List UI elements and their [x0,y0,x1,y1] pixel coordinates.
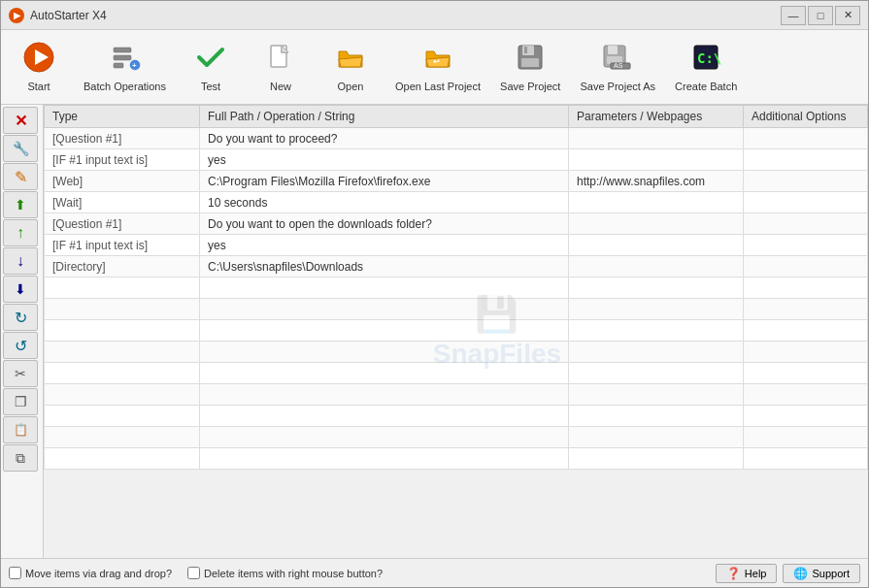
cell-type [45,384,200,406]
rotate-cw-button[interactable]: ↻ [3,304,38,331]
cell-options [744,149,868,171]
col-path: Full Path / Operation / String [200,106,569,128]
open-button[interactable]: Open [317,34,384,100]
cell-type: [IF #1 input text is] [45,149,200,171]
cell-type [45,299,200,320]
help-button[interactable]: ❓ Help [716,564,778,583]
svg-text:AS: AS [614,62,623,69]
cell-params [569,342,744,363]
table-row[interactable]: [Question #1]Do you want to open the dow… [45,213,868,235]
drag-drop-checkbox[interactable] [9,567,21,579]
table-row[interactable] [45,320,868,342]
cell-type: [Directory] [45,256,200,278]
test-button[interactable]: Test [177,34,245,100]
table-row[interactable] [45,342,868,363]
save-project-as-button[interactable]: AS Save Project As [571,34,664,100]
table-row[interactable]: [Web]C:\Program Files\Mozilla Firefox\fi… [45,171,868,192]
cell-params [569,448,744,470]
cell-params [569,299,744,320]
new-icon [265,42,296,78]
cell-path: yes [200,149,569,171]
open-label: Open [338,81,364,92]
table-row[interactable] [45,427,868,448]
start-icon [23,42,54,78]
move-bottom-button[interactable]: ⬇ [3,276,38,303]
create-batch-label: Create Batch [675,81,737,92]
cell-params [569,213,744,235]
move-top-button[interactable]: ⬆ [3,191,38,218]
cell-options [744,406,868,427]
move-down-button[interactable]: ↓ [3,247,38,275]
cell-path: yes [200,235,569,256]
main-content: 💾 SnapFiles Type Full Path / Operation /… [44,105,868,558]
edit-button[interactable]: 🔧 [3,135,38,162]
support-button[interactable]: 🌐 Support [783,564,860,583]
table-row[interactable] [45,299,868,320]
cell-type: [Question #1] [45,128,200,149]
create-batch-button[interactable]: C:\ Create Batch [666,34,746,100]
save-project-as-icon: AS [602,42,633,78]
delete-rightclick-checkbox[interactable] [187,567,200,579]
cell-params [569,427,744,448]
cell-path: Do you want to open the downloads folder… [200,213,569,235]
cell-path [200,448,569,470]
delete-rightclick-checkbox-label[interactable]: Delete items with right mouse button? [187,567,383,579]
cell-options [744,427,868,448]
clone-button[interactable]: ⧉ [3,444,38,472]
copy-button[interactable]: ❐ [3,388,38,415]
col-type: Type [45,106,200,128]
cell-options [744,448,868,470]
test-icon [195,42,226,78]
table-row[interactable] [45,384,868,406]
content-area: ✕ 🔧 ✎ ⬆ ↑ ↓ ⬇ ↻ ↺ ✂ ❐ 📋 ⧉ 💾 SnapFiles [1,105,868,558]
move-up-button[interactable]: ↑ [3,219,38,246]
maximize-button[interactable]: □ [808,6,833,25]
rotate-ccw-button[interactable]: ↺ [3,332,38,359]
status-left: Move items via drag and drop? Delete ite… [9,567,383,579]
main-window: ▶ AutoStarter X4 — □ ✕ Start [0,0,869,588]
cell-type: [Wait] [45,192,200,213]
open-last-project-button[interactable]: ↩ Open Last Project [386,34,489,100]
status-right: ❓ Help 🌐 Support [716,564,860,583]
cell-type [45,320,200,342]
delete-button[interactable]: ✕ [3,107,38,134]
app-icon: ▶ [9,8,24,23]
table-row[interactable]: [IF #1 input text is]yes [45,149,868,171]
save-project-button[interactable]: Save Project [491,34,569,100]
svg-rect-3 [114,55,131,60]
minimize-button[interactable]: — [781,6,806,25]
close-button[interactable]: ✕ [835,6,860,25]
cell-type: [Question #1] [45,213,200,235]
pencil-button[interactable]: ✎ [3,163,38,190]
open-icon [335,42,366,78]
svg-rect-12 [521,58,539,67]
table-row[interactable]: [Question #1]Do you want to proceed? [45,128,868,149]
table-row[interactable] [45,278,868,299]
start-button[interactable]: Start [5,34,73,100]
table-row[interactable]: [IF #1 input text is]yes [45,235,868,256]
cell-path: Do you want to proceed? [200,128,569,149]
table-row[interactable] [45,406,868,427]
table-row[interactable] [45,448,868,470]
cell-type: [IF #1 input text is] [45,235,200,256]
main-toolbar: Start + Batch Operations Te [1,30,868,105]
drag-drop-checkbox-label[interactable]: Move items via drag and drop? [9,567,172,579]
table-row[interactable]: [Wait]10 seconds [45,192,868,213]
new-button[interactable]: New [247,34,315,100]
scissors-button[interactable]: ✂ [3,360,38,387]
table-row[interactable]: [Directory]C:\Users\snapfiles\Downloads [45,256,868,278]
col-params: Parameters / Webpages [569,106,744,128]
paste-button[interactable]: 📋 [3,416,38,443]
support-label: Support [812,568,850,579]
table-row[interactable] [45,363,868,384]
cell-path [200,299,569,320]
cell-type [45,363,200,384]
cell-path [200,363,569,384]
cell-path [200,427,569,448]
operations-table: Type Full Path / Operation / String Para… [44,105,868,470]
cell-options [744,320,868,342]
batch-operations-button[interactable]: + Batch Operations [75,34,175,100]
cell-type [45,427,200,448]
cell-params [569,320,744,342]
cell-type [45,278,200,299]
